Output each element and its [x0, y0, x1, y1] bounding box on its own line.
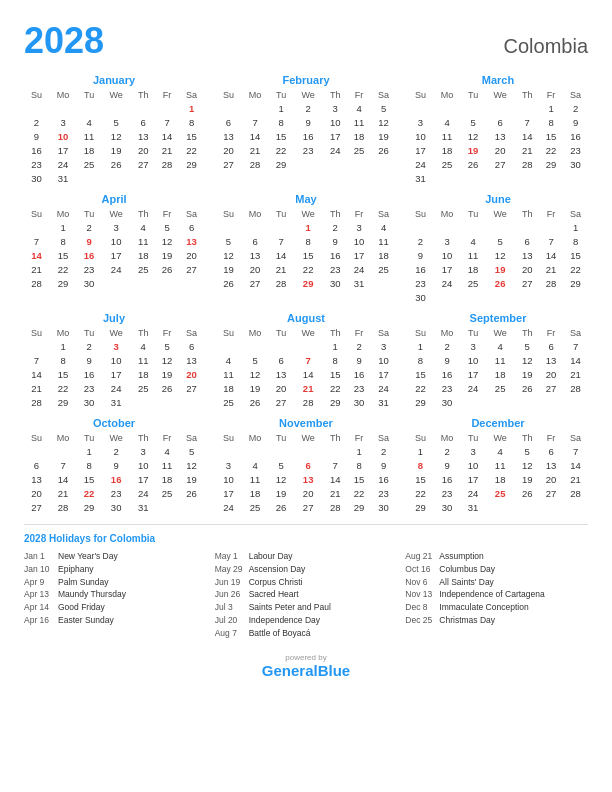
cal-day: 10	[131, 458, 155, 472]
day-header: Su	[24, 327, 49, 339]
cal-day	[539, 290, 563, 304]
cal-day	[131, 101, 155, 115]
cal-day: 22	[408, 381, 433, 395]
cal-day	[539, 500, 563, 514]
cal-day: 15	[269, 129, 293, 143]
day-header: Su	[216, 208, 241, 220]
cal-day: 21	[49, 486, 77, 500]
cal-day: 1	[293, 220, 323, 234]
cal-day: 3	[323, 101, 347, 115]
holiday-name: Epiphany	[58, 563, 93, 576]
cal-day: 7	[563, 339, 588, 353]
brand-label: GeneralBlue	[24, 662, 588, 679]
day-header: We	[101, 208, 131, 220]
cal-day: 18	[347, 129, 371, 143]
cal-day: 13	[24, 472, 49, 486]
cal-day: 27	[131, 157, 155, 171]
cal-day: 14	[293, 367, 323, 381]
cal-day: 21	[539, 262, 563, 276]
cal-day	[269, 339, 293, 353]
cal-day: 19	[485, 262, 515, 276]
cal-day: 29	[323, 395, 347, 409]
holiday-item: Jan 1New Year's Day	[24, 550, 207, 563]
month-block-august: AugustSuMoTuWeThFrSa12345678910111213141…	[216, 312, 396, 409]
month-block-january: JanuarySuMoTuWeThFrSa1234567891011121314…	[24, 74, 204, 185]
cal-day: 17	[347, 248, 371, 262]
cal-day: 3	[433, 234, 461, 248]
cal-day	[563, 500, 588, 514]
cal-day: 17	[371, 367, 396, 381]
cal-day: 30	[433, 500, 461, 514]
cal-day: 14	[241, 129, 269, 143]
cal-day: 8	[408, 353, 433, 367]
cal-day: 13	[539, 458, 563, 472]
cal-day	[24, 220, 49, 234]
day-header: Sa	[179, 432, 204, 444]
cal-day: 26	[515, 381, 539, 395]
day-header: Th	[323, 208, 347, 220]
cal-day	[293, 157, 323, 171]
cal-day: 5	[216, 234, 241, 248]
cal-day: 30	[77, 276, 101, 290]
day-header: Th	[515, 89, 539, 101]
cal-table: SuMoTuWeThFrSa12345678910111213141516171…	[24, 89, 204, 185]
cal-day	[433, 220, 461, 234]
cal-day: 5	[461, 115, 485, 129]
cal-day: 17	[323, 129, 347, 143]
cal-day: 13	[216, 129, 241, 143]
cal-day	[485, 220, 515, 234]
cal-day: 24	[216, 500, 241, 514]
cal-day	[155, 395, 179, 409]
day-header: Fr	[347, 432, 371, 444]
cal-day: 4	[241, 458, 269, 472]
cal-day: 29	[49, 395, 77, 409]
cal-day: 8	[323, 353, 347, 367]
cal-day: 2	[101, 444, 131, 458]
cal-day: 24	[461, 381, 485, 395]
cal-day: 2	[433, 444, 461, 458]
day-header: Su	[408, 432, 433, 444]
cal-day: 26	[461, 157, 485, 171]
cal-day: 17	[131, 472, 155, 486]
holiday-date: Dec 8	[405, 601, 435, 614]
cal-day: 18	[433, 143, 461, 157]
cal-day	[155, 101, 179, 115]
month-block-july: JulySuMoTuWeThFrSa1234567891011121314151…	[24, 312, 204, 409]
calendars-grid: JanuarySuMoTuWeThFrSa1234567891011121314…	[24, 74, 588, 514]
month-title: May	[216, 193, 396, 205]
cal-day: 18	[485, 367, 515, 381]
cal-day	[539, 220, 563, 234]
day-header: Fr	[347, 89, 371, 101]
cal-day: 1	[49, 220, 77, 234]
cal-day	[433, 290, 461, 304]
cal-day: 5	[179, 444, 204, 458]
holiday-date: Apr 13	[24, 588, 54, 601]
cal-day	[241, 101, 269, 115]
cal-day: 31	[371, 395, 396, 409]
cal-day	[515, 171, 539, 185]
cal-day: 3	[216, 458, 241, 472]
cal-day: 1	[347, 444, 371, 458]
day-header: Fr	[155, 327, 179, 339]
cal-day: 3	[49, 115, 77, 129]
cal-day: 16	[371, 472, 396, 486]
holidays-title: 2028 Holidays for Colombia	[24, 533, 588, 544]
cal-day: 13	[241, 248, 269, 262]
cal-day: 23	[433, 381, 461, 395]
cal-day	[101, 171, 131, 185]
day-header: Sa	[179, 208, 204, 220]
cal-day: 27	[179, 381, 204, 395]
cal-day	[461, 290, 485, 304]
day-header: Th	[323, 89, 347, 101]
cal-day: 25	[461, 276, 485, 290]
cal-day: 14	[269, 248, 293, 262]
cal-day: 8	[77, 458, 101, 472]
cal-day: 3	[461, 444, 485, 458]
cal-day: 27	[293, 500, 323, 514]
cal-day: 23	[323, 262, 347, 276]
cal-day: 25	[485, 381, 515, 395]
cal-day: 16	[433, 472, 461, 486]
holiday-item: Apr 13Maundy Thursday	[24, 588, 207, 601]
cal-day: 17	[433, 262, 461, 276]
cal-day: 9	[77, 234, 101, 248]
